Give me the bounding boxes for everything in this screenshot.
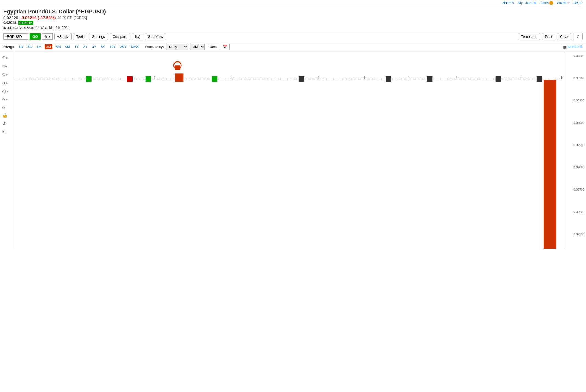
- watch-link[interactable]: Watch ☆: [557, 1, 570, 5]
- arrow-icon5: ▶: [7, 90, 9, 93]
- top-navigation: Notes ✎ My Charts ⊕ Alerts 1 Watch ☆ Hel…: [0, 0, 586, 6]
- toolbar-right: Templates Print Clear ⤢: [518, 33, 583, 40]
- price-ask: 0.02015: [18, 21, 33, 25]
- range-10y[interactable]: 10Y: [108, 44, 117, 49]
- svg-text:+: +: [230, 74, 234, 81]
- number-icon: ①: [2, 89, 6, 94]
- range-2y[interactable]: 2Y: [82, 44, 89, 49]
- chart-area[interactable]: + + + + + + + + barchart: [15, 52, 564, 249]
- y-label-3: 0.03000: [566, 121, 584, 124]
- svg-rect-9: [386, 76, 391, 82]
- grid-view-button[interactable]: Grid View: [145, 33, 166, 40]
- range-6m[interactable]: 6M: [55, 44, 62, 49]
- for-date: for Wed, Mar 6th, 2024: [36, 26, 69, 30]
- price-bid: 0.02013: [3, 21, 16, 25]
- my-charts-link[interactable]: My Charts ⊕: [518, 1, 537, 5]
- help-label: Help: [574, 1, 581, 5]
- range-5d[interactable]: 5D: [27, 44, 33, 49]
- y-label-2: 0.03100: [566, 99, 584, 102]
- svg-text:+: +: [406, 74, 410, 81]
- clear-button[interactable]: Clear: [557, 33, 571, 40]
- frequency-select[interactable]: Daily Weekly Monthly: [166, 44, 188, 50]
- fib-icon: ⚙: [2, 97, 5, 101]
- symbol-input[interactable]: [3, 33, 28, 40]
- alerts-label: Alerts: [540, 1, 549, 5]
- notes-link[interactable]: Notes ✎: [502, 1, 514, 5]
- shapes-tool[interactable]: ◇ ▶: [1, 70, 14, 78]
- drawings-tool[interactable]: ≡ ▶: [1, 62, 14, 70]
- star-icon: ☆: [567, 1, 570, 5]
- range-20y[interactable]: 20Y: [119, 44, 127, 49]
- range-3m[interactable]: 3M: [45, 44, 52, 49]
- expand-button[interactable]: ⤢: [573, 33, 583, 40]
- price-change: -0.01216 (-37.58%): [20, 15, 56, 20]
- svg-text:+: +: [559, 74, 563, 81]
- y-label-6: 0.02700: [566, 188, 584, 191]
- my-charts-label: My Charts: [518, 1, 533, 5]
- arrow-icon4: ▶: [6, 81, 8, 84]
- range-max[interactable]: MAX: [130, 44, 140, 49]
- page-title: Egyptian Pound/U.S. Dollar (^EGPUSD): [3, 8, 583, 15]
- annotations-tool[interactable]: ① ▶: [1, 87, 14, 95]
- undo-tool[interactable]: ↺: [1, 120, 14, 128]
- price-current: 0.02020: [3, 15, 18, 20]
- crosshair-tool[interactable]: ⊕ ▶: [1, 54, 14, 62]
- hamburger-icon: ☰: [579, 45, 583, 49]
- period-select[interactable]: 3M 1M 6M 1Y: [190, 44, 205, 50]
- arrow-icon: ▶: [6, 56, 8, 59]
- y-axis: 0.03300 0.03200 0.03100 0.03000 0.02900 …: [564, 52, 586, 249]
- help-icon: ?: [581, 1, 583, 5]
- y-label-8: 0.02500: [566, 232, 584, 236]
- range-1y[interactable]: 1Y: [73, 44, 80, 49]
- settings-button[interactable]: Settings: [89, 33, 108, 40]
- magnet-tool[interactable]: ⌂: [1, 103, 14, 111]
- price-forex: [FOREX]: [74, 16, 87, 20]
- chevron-down-icon: ▾: [49, 35, 51, 39]
- go-button[interactable]: GO: [30, 33, 41, 40]
- y-label-1: 0.03200: [566, 76, 584, 80]
- header-section: Egyptian Pound/U.S. Dollar (^EGPUSD) 0.0…: [0, 6, 586, 31]
- lock-tool[interactable]: 🔓: [1, 111, 14, 119]
- range-9m[interactable]: 9M: [64, 44, 71, 49]
- svg-text:+: +: [363, 74, 367, 81]
- svg-rect-4: [175, 73, 183, 82]
- list-icon: ≡: [2, 64, 5, 69]
- print-button[interactable]: Print: [542, 33, 555, 40]
- frequency-label: Frequency:: [145, 45, 164, 49]
- range-1d[interactable]: 1D: [18, 44, 24, 49]
- study-button[interactable]: +Study: [54, 33, 72, 40]
- svg-text:+: +: [518, 74, 522, 81]
- alerts-badge: 1: [549, 1, 553, 5]
- chart-type-button[interactable]: 🕯 ▾: [42, 33, 53, 40]
- templates-button[interactable]: Templates: [518, 33, 540, 40]
- svg-rect-7: [212, 76, 217, 82]
- chart-svg: + + + + + + + + barchart: [15, 52, 564, 249]
- y-label-0: 0.03300: [566, 54, 584, 58]
- range-5y[interactable]: 5Y: [99, 44, 106, 49]
- price-time: 08:20 CT: [58, 16, 71, 20]
- svg-rect-8: [299, 76, 304, 82]
- arrow-icon3: ▶: [6, 73, 8, 76]
- svg-rect-3: [146, 76, 151, 82]
- toolbar: GO 🕯 ▾ +Study Tools Settings Compare f(x…: [0, 31, 586, 42]
- help-link[interactable]: Help ?: [574, 1, 583, 5]
- range-1m[interactable]: 1M: [35, 44, 42, 49]
- tutorial-link[interactable]: ▦ tutorial ☰: [563, 45, 583, 49]
- fibonacci-tool[interactable]: ⚙ ▶: [1, 96, 14, 103]
- curves-tool[interactable]: ∪ ▶: [1, 79, 14, 87]
- range-3y[interactable]: 3Y: [91, 44, 97, 49]
- calendar-icon: 📅: [223, 45, 227, 49]
- tools-button[interactable]: Tools: [73, 33, 87, 40]
- alerts-link[interactable]: Alerts 1: [540, 1, 553, 5]
- redo-tool[interactable]: ↻: [1, 128, 14, 136]
- compare-button[interactable]: Compare: [110, 33, 130, 40]
- curve-icon: ∪: [2, 80, 5, 86]
- y-label-5: 0.02800: [566, 166, 584, 169]
- fx-button[interactable]: f(x): [132, 33, 143, 40]
- watch-label: Watch: [557, 1, 566, 5]
- calendar-button[interactable]: 📅: [221, 44, 230, 50]
- lock-icon: 🔓: [2, 113, 8, 118]
- y-label-4: 0.02900: [566, 143, 584, 147]
- redo-icon: ↻: [2, 130, 6, 135]
- date-label: Date:: [210, 45, 219, 49]
